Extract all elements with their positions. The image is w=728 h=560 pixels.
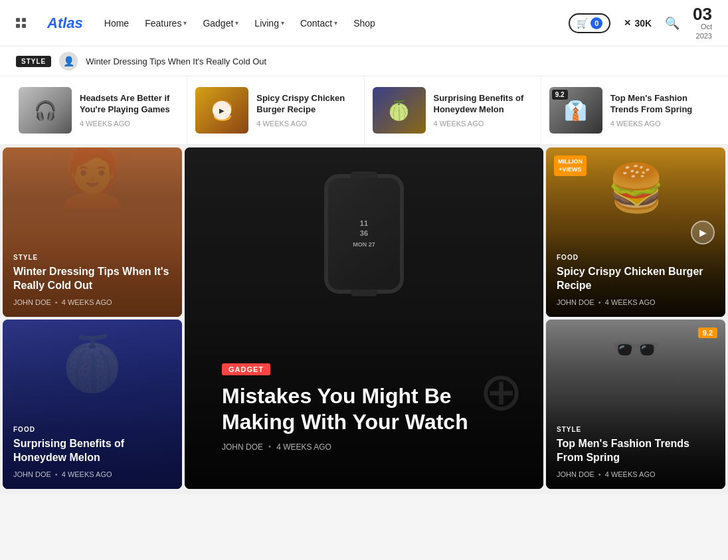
cart-icon: 🛒 [577, 18, 588, 29]
card-title-watch: Mistakes You Might Be Making With Your W… [222, 383, 506, 434]
logo[interactable]: Atlas [47, 15, 83, 32]
article-thumb-1: 🎧 [19, 87, 72, 134]
card-meta-honeydew: JOHN DOE • 4 WEEKS AGO [13, 470, 171, 478]
chevron-down-icon: ▾ [281, 19, 284, 27]
header: Atlas Home Features ▾ Gadget ▾ Living ▾ … [0, 0, 728, 47]
card-content-winter: STYLE Winter Dressing Tips When It's Rea… [13, 250, 171, 306]
twitter-count: 30K [634, 18, 652, 29]
nav-contact[interactable]: Contact ▾ [300, 18, 337, 29]
article-card-3[interactable]: 🍈 Surprising Benefits of Honeydew Melon … [365, 76, 541, 144]
card-watch[interactable]: 1136MON 27 ⊕ GADGET Mistakes You Might B… [185, 147, 543, 489]
article-thumb-4: 👔 9.2 [549, 87, 602, 134]
right-column: 🍔 MILLION+VIEWS ▶ FOOD Spicy Crispy Chic… [546, 147, 725, 489]
chevron-down-icon: ▾ [235, 19, 238, 27]
ticker-text[interactable]: Winter Dressing Tips When It's Really Co… [86, 56, 266, 66]
score-badge-fashion: 9.2 [698, 327, 717, 338]
header-right: 🛒 0 ✕ 30K 🔍 03 Oct 2023 [569, 5, 712, 40]
ticker-avatar: 👤 [59, 52, 78, 70]
card-title-winter: Winter Dressing Tips When It's Really Co… [13, 265, 171, 293]
main-nav: Home Features ▾ Gadget ▾ Living ▾ Contac… [104, 18, 375, 29]
card-winter-dressing[interactable]: 🧑‍🦰 STYLE Winter Dressing Tips When It's… [3, 147, 182, 317]
card-category-winter: STYLE [13, 254, 38, 261]
card-category-chicken: FOOD [557, 254, 579, 261]
card-category-fashion: STYLE [557, 426, 581, 433]
cart-count: 0 [591, 17, 602, 29]
ticker-bar: STYLE 👤 Winter Dressing Tips When It's R… [0, 47, 728, 76]
card-fashion[interactable]: 🕶️ 9.2 STYLE Top Men's Fashion Trends Fr… [546, 320, 725, 489]
article-time-4: 4 WEEKS AGO [610, 120, 709, 128]
article-info-2: Spicy Crispy Chicken Burger Recipe 4 WEE… [256, 93, 355, 128]
article-title-1: Headsets Are Better if You're Playing Ga… [80, 93, 179, 116]
article-info-4: Top Men's Fashion Trends From Spring 4 W… [610, 93, 709, 128]
search-button[interactable]: 🔍 [665, 16, 680, 31]
nav-living[interactable]: Living ▾ [254, 18, 284, 29]
article-time-3: 4 WEEKS AGO [434, 120, 533, 128]
left-column: 🧑‍🦰 STYLE Winter Dressing Tips When It's… [3, 147, 182, 489]
article-title-4: Top Men's Fashion Trends From Spring [610, 93, 709, 116]
million-views-badge: MILLION+VIEWS [554, 155, 587, 176]
card-title-fashion: Top Men's Fashion Trends From Spring [557, 437, 715, 465]
card-honeydew[interactable]: 🍈 FOOD Surprising Benefits of Honeydew M… [3, 320, 182, 489]
article-info-1: Headsets Are Better if You're Playing Ga… [80, 93, 179, 128]
ticker-badge: STYLE [16, 56, 51, 67]
article-info-3: Surprising Benefits of Honeydew Melon 4 … [434, 93, 533, 128]
article-thumb-2: 🍔 ▶ [195, 87, 248, 134]
card-chicken[interactable]: 🍔 MILLION+VIEWS ▶ FOOD Spicy Crispy Chic… [546, 147, 725, 317]
card-meta-watch: JOHN DOE • 4 WEEKS AGO [222, 442, 506, 452]
twitter-button[interactable]: ✕ 30K [624, 18, 652, 29]
card-category-watch: GADGET [222, 363, 270, 375]
nav-gadget[interactable]: Gadget ▾ [203, 18, 238, 29]
nav-home[interactable]: Home [104, 18, 129, 29]
article-card-1[interactable]: 🎧 Headsets Are Better if You're Playing … [11, 76, 187, 144]
articles-row: 🎧 Headsets Are Better if You're Playing … [0, 76, 728, 145]
article-time-1: 4 WEEKS AGO [80, 120, 179, 128]
logo-dots [16, 18, 26, 28]
play-button-chicken[interactable]: ▶ [691, 221, 715, 244]
article-card-4[interactable]: 👔 9.2 Top Men's Fashion Trends From Spri… [541, 76, 717, 144]
article-card-2[interactable]: 🍔 ▶ Spicy Crispy Chicken Burger Recipe 4… [187, 76, 364, 144]
card-meta-fashion: JOHN DOE • 4 WEEKS AGO [557, 470, 715, 478]
chevron-down-icon: ▾ [183, 19, 187, 27]
header-left: Atlas Home Features ▾ Gadget ▾ Living ▾ … [16, 15, 375, 32]
date-month-year: Oct 2023 [693, 23, 712, 40]
article-title-3: Surprising Benefits of Honeydew Melon [434, 93, 533, 116]
article-title-2: Spicy Crispy Chicken Burger Recipe [256, 93, 355, 116]
card-meta-winter: JOHN DOE • 4 WEEKS AGO [13, 298, 171, 306]
card-title-chicken: Spicy Crispy Chicken Burger Recipe [557, 265, 715, 293]
card-content-fashion: STYLE Top Men's Fashion Trends From Spri… [557, 422, 715, 478]
card-meta-chicken: JOHN DOE • 4 WEEKS AGO [557, 298, 715, 306]
nav-features[interactable]: Features ▾ [145, 18, 187, 29]
nav-shop[interactable]: Shop [353, 18, 375, 29]
play-icon: ▶ [213, 101, 231, 120]
card-content-watch: GADGET Mistakes You Might Be Making With… [203, 344, 525, 470]
main-grid: 🧑‍🦰 STYLE Winter Dressing Tips When It's… [0, 145, 728, 494]
card-category-honeydew: FOOD [13, 426, 35, 433]
date-display: 03 Oct 2023 [693, 5, 712, 40]
article-time-2: 4 WEEKS AGO [256, 120, 355, 128]
score-badge-4: 9.2 [552, 90, 568, 100]
card-content-honeydew: FOOD Surprising Benefits of Honeydew Mel… [13, 422, 171, 478]
twitter-icon: ✕ [624, 18, 631, 28]
chevron-down-icon: ▾ [334, 19, 337, 27]
card-content-chicken: FOOD Spicy Crispy Chicken Burger Recipe … [557, 250, 715, 306]
cart-button[interactable]: 🛒 0 [569, 13, 610, 33]
date-day: 03 [693, 5, 712, 23]
card-title-honeydew: Surprising Benefits of Honeydew Melon [13, 437, 171, 465]
article-thumb-3: 🍈 [373, 87, 426, 134]
